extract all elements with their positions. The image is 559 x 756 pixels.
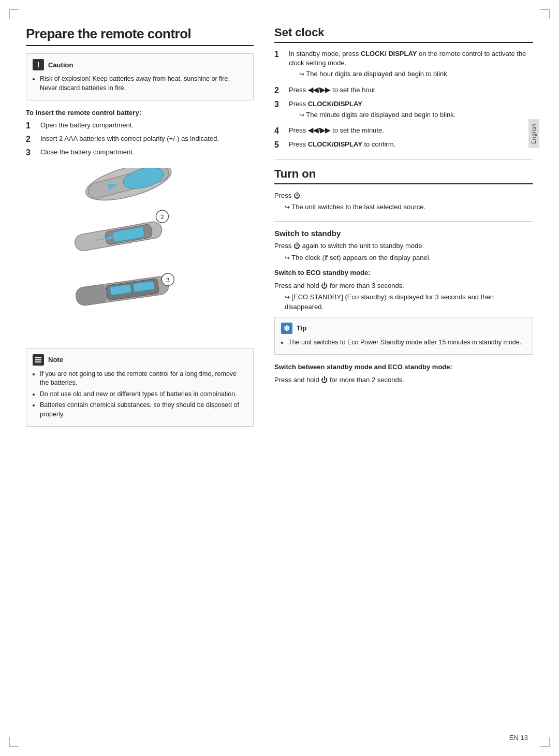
left-column: Prepare the remote control ! Caution Ris… xyxy=(26,26,254,435)
turn-on-intro: Press ⏻. xyxy=(274,191,533,201)
note-box: Note If you are not going to use the rem… xyxy=(26,348,254,427)
step-num-3: 3 xyxy=(26,148,35,157)
set-clock-steps: 1 In standby mode, press CLOCK/ DISPLAY … xyxy=(274,49,533,150)
tip-icon: ✱ xyxy=(281,323,292,334)
tip-box: ✱ Tip The unit switches to Eco Power Sta… xyxy=(274,317,533,355)
note-item-1: If you are not going to use the remote c… xyxy=(40,370,247,388)
battery-step-2: 2 Insert 2 AAA batteries with correct po… xyxy=(26,134,254,144)
illustration-area: 1 2 xyxy=(26,165,254,341)
corner-decoration-bl xyxy=(9,737,19,747)
clock-step-4: 4 Press ◀◀/▶▶ to set the minute. xyxy=(274,126,533,136)
power-icon-2: ⏻ xyxy=(293,241,300,251)
note-item-2: Do not use old and new or different type… xyxy=(40,390,247,399)
clock-step-3-indent: The minute digits are displayed and begi… xyxy=(289,110,455,120)
standby-title: Switch to standby xyxy=(274,229,533,238)
turn-on-title: Turn on xyxy=(274,167,533,184)
caution-box: ! Caution Risk of explosion! Keep batter… xyxy=(26,53,254,100)
battery-heading: To insert the remote control battery: xyxy=(26,109,254,117)
step-num-2: 2 xyxy=(26,134,35,144)
switch-eco-text: Press and hold ⏻ for more than 2 seconds… xyxy=(274,375,533,385)
tip-list: The unit switches to Eco Power Standby m… xyxy=(281,338,526,347)
clock-step-1-text: In standby mode, press CLOCK/ DISPLAY on… xyxy=(289,50,526,67)
clock-step-num-1: 1 xyxy=(274,49,284,81)
step-text-1: Open the battery compartment. xyxy=(40,121,254,130)
step-text-3: Close the battery compartment. xyxy=(40,148,254,157)
divider-2 xyxy=(274,221,533,222)
turn-on-section: Turn on Press ⏻. The unit switches to th… xyxy=(274,167,533,212)
note-item-3: Batteries contain chemical substances, s… xyxy=(40,401,247,419)
battery-step-3: 3 Close the battery compartment. xyxy=(26,148,254,157)
tip-text: The unit switches to Eco Power Standby m… xyxy=(288,338,526,347)
caution-header: ! Caution xyxy=(33,59,247,70)
remote-illustration: 1 2 xyxy=(41,168,238,339)
clock-step-1-indent: The hour digits are displayed and begin … xyxy=(289,69,533,79)
corner-decoration-br xyxy=(540,737,550,747)
divider-1 xyxy=(274,159,533,160)
clock-step-4-text: Press ◀◀/▶▶ to set the minute. xyxy=(289,126,384,136)
caution-list: Risk of explosion! Keep batteries away f… xyxy=(33,75,247,93)
note-header: Note xyxy=(33,354,247,366)
clock-step-3-text: Press CLOCK/DISPLAY. xyxy=(289,100,364,108)
eco-standby-intro: Press and hold ⏻ for more than 3 seconds… xyxy=(274,281,533,291)
caution-item-1: Risk of explosion! Keep batteries away f… xyxy=(40,75,247,93)
standby-intro: Press ⏻ again to switch the unit to stan… xyxy=(274,241,533,251)
step-num-1: 1 xyxy=(26,121,35,130)
standby-section: Switch to standby Press ⏻ again to switc… xyxy=(274,229,533,385)
set-clock-section: Set clock 1 In standby mode, press CLOCK… xyxy=(274,26,533,150)
page-content: Prepare the remote control ! Caution Ris… xyxy=(26,26,533,435)
note-icon xyxy=(33,354,44,366)
clock-step-2: 2 Press ◀◀/▶▶ to set the hour. xyxy=(274,85,533,95)
side-tab-english: English xyxy=(528,119,539,148)
clock-step-num-2: 2 xyxy=(274,85,284,95)
corner-decoration-tr xyxy=(540,9,550,19)
clock-step-num-3: 3 xyxy=(274,99,284,122)
power-icon-1: ⏻ xyxy=(293,191,300,201)
left-section-title: Prepare the remote control xyxy=(26,26,254,46)
tip-label: Tip xyxy=(297,324,306,332)
turn-on-indent: The unit switches to the last selected s… xyxy=(274,202,533,212)
page-footer: EN 13 xyxy=(509,734,528,742)
power-icon-3: ⏻ xyxy=(321,281,328,291)
clock-step-5: 5 Press CLOCK/DISPLAY to confirm. xyxy=(274,140,533,150)
standby-indent: The clock (if set) appears on the displa… xyxy=(274,253,533,263)
eco-standby-title: Switch to ECO standby mode: xyxy=(274,269,533,277)
step-text-2: Insert 2 AAA batteries with correct pola… xyxy=(40,134,254,144)
clock-step-3-content: Press CLOCK/DISPLAY. The minute digits a… xyxy=(289,99,455,122)
caution-icon: ! xyxy=(33,59,44,70)
battery-step-1: 1 Open the battery compartment. xyxy=(26,121,254,130)
note-label: Note xyxy=(48,356,63,364)
corner-decoration-tl xyxy=(9,9,19,19)
clock-step-num-4: 4 xyxy=(274,126,284,136)
right-column: English Set clock 1 In standby mode, pre… xyxy=(274,26,533,435)
clock-step-1-content: In standby mode, press CLOCK/ DISPLAY on… xyxy=(289,49,533,81)
caution-label: Caution xyxy=(48,61,73,69)
note-list: If you are not going to use the remote c… xyxy=(33,370,247,419)
clock-step-2-text: Press ◀◀/▶▶ to set the hour. xyxy=(289,85,377,95)
clock-step-1: 1 In standby mode, press CLOCK/ DISPLAY … xyxy=(274,49,533,81)
clock-step-num-5: 5 xyxy=(274,140,284,150)
power-icon-4: ⏻ xyxy=(321,375,328,385)
eco-standby-indent: [ECO STANDBY] (Eco standby) is displayed… xyxy=(274,293,533,311)
battery-steps: 1 Open the battery compartment. 2 Insert… xyxy=(26,121,254,158)
clock-step-3: 3 Press CLOCK/DISPLAY. The minute digits… xyxy=(274,99,533,122)
switch-eco-title: Switch between standby mode and ECO stan… xyxy=(274,363,533,371)
set-clock-title: Set clock xyxy=(274,26,533,43)
clock-step-5-text: Press CLOCK/DISPLAY to confirm. xyxy=(289,140,395,150)
tip-header: ✱ Tip xyxy=(281,323,526,334)
